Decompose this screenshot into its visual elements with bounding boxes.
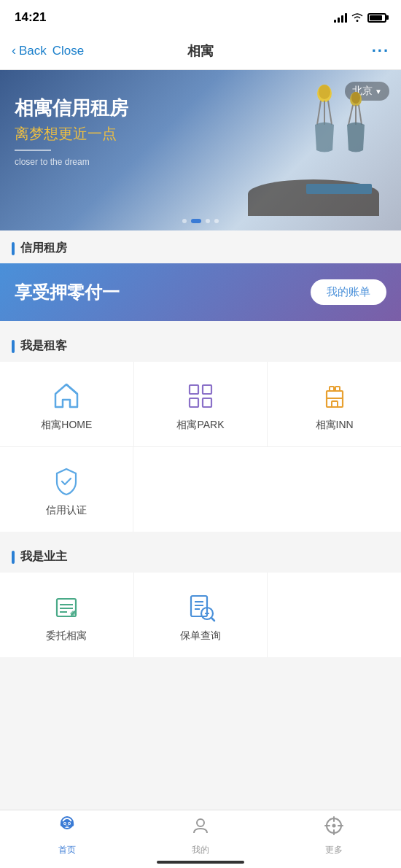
banner-title: 相寓信用租房	[15, 96, 128, 121]
back-chevron-icon: ‹	[12, 43, 16, 58]
banner-subtitle-text: 离梦想	[15, 125, 58, 142]
credit-cert-label: 信用认证	[46, 504, 87, 517]
dot-4	[214, 219, 219, 223]
home-indicator	[157, 861, 244, 864]
vase1-decoration	[306, 85, 343, 158]
tenant-section-title: 我是租客	[20, 338, 67, 354]
delegate-item-label: 委托相寓	[46, 629, 87, 643]
nav-user-label: 我的	[192, 844, 209, 856]
inn-item-label: 相寓INN	[316, 419, 354, 432]
nav-item-more[interactable]: 更多	[268, 815, 401, 856]
status-icons	[334, 12, 386, 24]
nav-more-icon	[324, 815, 344, 841]
svg-rect-11	[203, 385, 211, 394]
nav-home-label: 首页	[58, 844, 76, 856]
nav-home-icon	[57, 815, 77, 841]
banner: 相寓信用租房 离梦想更近一点 closer to the dream 北京 ▼	[0, 70, 401, 230]
nav-item-user[interactable]: 我的	[133, 815, 267, 856]
svg-line-2	[317, 101, 321, 125]
battery-icon	[367, 13, 386, 23]
policy-icon	[185, 592, 216, 622]
svg-line-9	[359, 105, 362, 125]
svg-line-7	[349, 105, 353, 125]
section-indicator	[12, 242, 15, 255]
credit-rental-section-header: 信用租房	[0, 230, 401, 263]
vase2-decoration	[340, 92, 372, 158]
signal-icon	[334, 12, 347, 23]
home-icon	[51, 381, 82, 411]
credit-cert-item[interactable]: 信用认证	[0, 447, 133, 532]
svg-line-4	[328, 101, 332, 125]
tenant-grid-row1: 相寓HOME 相寓PARK 相寓INN	[0, 362, 401, 447]
home-item-label: 相寓HOME	[41, 419, 92, 432]
svg-rect-18	[332, 401, 338, 407]
banner-tagline: closer to the dream	[15, 157, 128, 167]
banner-text: 相寓信用租房 离梦想更近一点 closer to the dream	[15, 96, 128, 167]
inn-icon	[319, 381, 350, 411]
svg-point-39	[332, 824, 336, 827]
my-account-button[interactable]: 我的账单	[311, 279, 386, 305]
nav-bar: ‹ Back Close 相寓 ···	[0, 32, 401, 70]
svg-point-6	[351, 92, 360, 104]
inn-item[interactable]: 相寓INN	[268, 362, 401, 446]
owner-section-header: 我是业主	[0, 539, 401, 572]
banner-subtitle: 离梦想更近一点	[15, 124, 128, 144]
policy-item-label: 保单查询	[180, 629, 221, 643]
svg-line-28	[211, 618, 214, 621]
delegate-icon	[51, 592, 82, 622]
tenant-grid-row2: 信用认证	[0, 447, 401, 532]
park-icon	[185, 381, 216, 411]
tenant-section-header: 我是租客	[0, 328, 401, 361]
tenant-grid: 相寓HOME 相寓PARK 相寓INN	[0, 362, 401, 532]
promo-banner: 享受押零付一 我的账单	[0, 263, 401, 321]
banner-subtitle-highlight: 更近一点	[58, 125, 117, 142]
section-indicator-owner	[12, 551, 15, 564]
more-button[interactable]: ···	[372, 42, 389, 61]
svg-point-36	[64, 823, 66, 824]
promo-text: 享受押零付一	[15, 281, 120, 304]
banner-decoration	[248, 85, 379, 216]
section-indicator-tenant	[12, 340, 15, 353]
nav-item-home[interactable]: 首页	[0, 815, 133, 856]
banner-line	[15, 150, 51, 151]
svg-point-38	[197, 819, 204, 826]
wifi-icon	[351, 12, 363, 24]
policy-item[interactable]: 保单查询	[134, 573, 268, 657]
svg-rect-10	[190, 385, 198, 394]
nav-more-label: 更多	[325, 844, 343, 856]
status-time: 14:21	[15, 10, 46, 25]
credit-rental-title: 信用租房	[20, 241, 67, 256]
park-item-label: 相寓PARK	[176, 419, 224, 432]
dot-2	[191, 219, 201, 223]
status-bar: 14:21	[0, 0, 401, 32]
svg-point-37	[69, 823, 70, 824]
owner-grid: 委托相寓 保单查询	[0, 573, 401, 657]
close-button[interactable]: Close	[52, 44, 84, 58]
dot-3	[206, 219, 210, 223]
svg-rect-16	[335, 387, 340, 391]
credit-cert-icon	[51, 466, 82, 497]
svg-point-1	[319, 85, 330, 99]
park-item[interactable]: 相寓PARK	[134, 362, 268, 446]
dot-1	[182, 219, 187, 223]
home-item[interactable]: 相寓HOME	[0, 362, 134, 446]
svg-rect-13	[203, 398, 211, 407]
owner-section-title: 我是业主	[20, 549, 67, 565]
banner-dots	[182, 219, 219, 223]
svg-rect-15	[330, 387, 334, 391]
bottom-nav: 首页 我的 更多	[0, 810, 401, 868]
back-button[interactable]: Back	[19, 44, 47, 58]
svg-rect-12	[190, 398, 198, 407]
nav-back-close[interactable]: ‹ Back Close	[12, 43, 84, 58]
page-title: 相寓	[187, 42, 214, 60]
nav-user-icon	[190, 815, 211, 841]
delegate-item[interactable]: 委托相寓	[0, 573, 134, 657]
owner-grid-row1: 委托相寓 保单查询	[0, 573, 401, 657]
